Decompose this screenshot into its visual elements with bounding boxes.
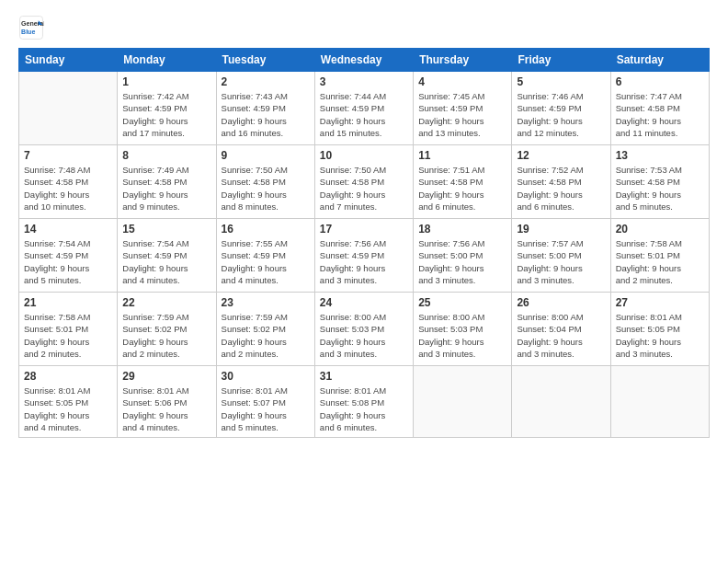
day-info: Sunrise: 7:55 AM Sunset: 4:59 PM Dayligh… (222, 237, 310, 286)
calendar-day-cell: 19Sunrise: 7:57 AM Sunset: 5:00 PM Dayli… (512, 219, 610, 293)
day-info: Sunrise: 7:52 AM Sunset: 4:58 PM Dayligh… (517, 164, 605, 213)
calendar-day-cell: 29Sunrise: 8:01 AM Sunset: 5:06 PM Dayli… (118, 366, 216, 438)
day-number: 4 (418, 75, 506, 88)
day-number: 20 (616, 223, 704, 236)
calendar-day-cell: 21Sunrise: 7:58 AM Sunset: 5:01 PM Dayli… (19, 293, 118, 366)
day-number: 18 (418, 223, 506, 236)
day-info: Sunrise: 7:48 AM Sunset: 4:58 PM Dayligh… (24, 164, 112, 213)
day-info: Sunrise: 7:43 AM Sunset: 4:59 PM Dayligh… (222, 90, 310, 139)
day-info: Sunrise: 7:45 AM Sunset: 4:59 PM Dayligh… (418, 90, 506, 139)
header: General Blue (18, 15, 710, 40)
day-info: Sunrise: 8:01 AM Sunset: 5:05 PM Dayligh… (24, 385, 112, 433)
calendar-day-cell: 20Sunrise: 7:58 AM Sunset: 5:01 PM Dayli… (610, 219, 709, 293)
day-number: 27 (616, 296, 704, 309)
calendar-day-cell: 13Sunrise: 7:53 AM Sunset: 4:58 PM Dayli… (610, 145, 709, 219)
calendar-day-cell (512, 366, 610, 438)
calendar-day-cell: 24Sunrise: 8:00 AM Sunset: 5:03 PM Dayli… (314, 293, 413, 366)
calendar-day-cell: 9Sunrise: 7:50 AM Sunset: 4:58 PM Daylig… (216, 145, 314, 219)
day-number: 28 (24, 370, 112, 383)
calendar-day-cell: 11Sunrise: 7:51 AM Sunset: 4:58 PM Dayli… (414, 145, 512, 219)
day-info: Sunrise: 8:00 AM Sunset: 5:03 PM Dayligh… (418, 311, 506, 360)
day-number: 14 (24, 223, 112, 236)
calendar-day-cell (19, 72, 118, 145)
calendar-week-row: 1Sunrise: 7:42 AM Sunset: 4:59 PM Daylig… (19, 72, 710, 145)
day-number: 21 (24, 296, 112, 309)
calendar: SundayMondayTuesdayWednesdayThursdayFrid… (18, 48, 710, 438)
calendar-header-sunday: Sunday (19, 49, 118, 72)
calendar-day-cell: 28Sunrise: 8:01 AM Sunset: 5:05 PM Dayli… (19, 366, 118, 438)
calendar-day-cell: 14Sunrise: 7:54 AM Sunset: 4:59 PM Dayli… (19, 219, 118, 293)
calendar-day-cell: 25Sunrise: 8:00 AM Sunset: 5:03 PM Dayli… (414, 293, 512, 366)
calendar-day-cell: 30Sunrise: 8:01 AM Sunset: 5:07 PM Dayli… (216, 366, 314, 438)
calendar-header-saturday: Saturday (610, 49, 709, 72)
calendar-day-cell: 23Sunrise: 7:59 AM Sunset: 5:02 PM Dayli… (216, 293, 314, 366)
calendar-header-friday: Friday (512, 49, 610, 72)
calendar-day-cell: 4Sunrise: 7:45 AM Sunset: 4:59 PM Daylig… (414, 72, 512, 145)
day-number: 16 (222, 223, 310, 236)
calendar-day-cell: 7Sunrise: 7:48 AM Sunset: 4:58 PM Daylig… (19, 145, 118, 219)
day-info: Sunrise: 8:01 AM Sunset: 5:07 PM Dayligh… (222, 385, 310, 433)
calendar-day-cell: 18Sunrise: 7:56 AM Sunset: 5:00 PM Dayli… (414, 219, 512, 293)
calendar-day-cell: 2Sunrise: 7:43 AM Sunset: 4:59 PM Daylig… (216, 72, 314, 145)
day-number: 5 (517, 75, 605, 88)
day-number: 8 (122, 149, 210, 162)
calendar-day-cell: 8Sunrise: 7:49 AM Sunset: 4:58 PM Daylig… (118, 145, 216, 219)
day-info: Sunrise: 7:54 AM Sunset: 4:59 PM Dayligh… (24, 237, 112, 286)
calendar-day-cell: 5Sunrise: 7:46 AM Sunset: 4:59 PM Daylig… (512, 72, 610, 145)
logo: General Blue (18, 15, 48, 40)
day-info: Sunrise: 7:47 AM Sunset: 4:58 PM Dayligh… (616, 90, 704, 139)
page: General Blue SundayMondayTuesdayWednesda… (0, 0, 728, 563)
day-info: Sunrise: 7:56 AM Sunset: 5:00 PM Dayligh… (418, 237, 506, 286)
day-info: Sunrise: 8:01 AM Sunset: 5:06 PM Dayligh… (122, 385, 210, 433)
day-number: 11 (418, 149, 506, 162)
day-number: 9 (222, 149, 310, 162)
calendar-day-cell: 10Sunrise: 7:50 AM Sunset: 4:58 PM Dayli… (314, 145, 413, 219)
calendar-day-cell: 15Sunrise: 7:54 AM Sunset: 4:59 PM Dayli… (118, 219, 216, 293)
calendar-week-row: 14Sunrise: 7:54 AM Sunset: 4:59 PM Dayli… (19, 219, 710, 293)
calendar-day-cell: 27Sunrise: 8:01 AM Sunset: 5:05 PM Dayli… (610, 293, 709, 366)
day-number: 24 (320, 296, 408, 309)
calendar-week-row: 21Sunrise: 7:58 AM Sunset: 5:01 PM Dayli… (19, 293, 710, 366)
calendar-day-cell: 1Sunrise: 7:42 AM Sunset: 4:59 PM Daylig… (118, 72, 216, 145)
day-number: 26 (517, 296, 605, 309)
day-number: 25 (418, 296, 506, 309)
day-info: Sunrise: 8:00 AM Sunset: 5:04 PM Dayligh… (517, 311, 605, 360)
svg-text:Blue: Blue (21, 29, 35, 35)
calendar-day-cell: 22Sunrise: 7:59 AM Sunset: 5:02 PM Dayli… (118, 293, 216, 366)
day-info: Sunrise: 7:53 AM Sunset: 4:58 PM Dayligh… (616, 164, 704, 213)
day-number: 1 (122, 75, 210, 88)
calendar-week-row: 28Sunrise: 8:01 AM Sunset: 5:05 PM Dayli… (19, 366, 710, 438)
calendar-header-monday: Monday (118, 49, 216, 72)
day-number: 15 (122, 223, 210, 236)
day-number: 23 (222, 296, 310, 309)
day-info: Sunrise: 7:49 AM Sunset: 4:58 PM Dayligh… (122, 164, 210, 213)
day-number: 29 (122, 370, 210, 383)
calendar-week-row: 7Sunrise: 7:48 AM Sunset: 4:58 PM Daylig… (19, 145, 710, 219)
calendar-day-cell: 17Sunrise: 7:56 AM Sunset: 4:59 PM Dayli… (314, 219, 413, 293)
day-number: 30 (222, 370, 310, 383)
calendar-day-cell: 26Sunrise: 8:00 AM Sunset: 5:04 PM Dayli… (512, 293, 610, 366)
day-number: 12 (517, 149, 605, 162)
day-info: Sunrise: 7:56 AM Sunset: 4:59 PM Dayligh… (320, 237, 408, 286)
day-info: Sunrise: 8:01 AM Sunset: 5:05 PM Dayligh… (616, 311, 704, 360)
logo-icon: General Blue (18, 15, 44, 40)
calendar-day-cell: 6Sunrise: 7:47 AM Sunset: 4:58 PM Daylig… (610, 72, 709, 145)
day-number: 7 (24, 149, 112, 162)
day-info: Sunrise: 7:50 AM Sunset: 4:58 PM Dayligh… (320, 164, 408, 213)
day-number: 22 (122, 296, 210, 309)
day-number: 2 (222, 75, 310, 88)
day-info: Sunrise: 7:44 AM Sunset: 4:59 PM Dayligh… (320, 90, 408, 139)
calendar-day-cell: 31Sunrise: 8:01 AM Sunset: 5:08 PM Dayli… (314, 366, 413, 438)
day-number: 10 (320, 149, 408, 162)
day-info: Sunrise: 7:59 AM Sunset: 5:02 PM Dayligh… (122, 311, 210, 360)
day-info: Sunrise: 7:42 AM Sunset: 4:59 PM Dayligh… (122, 90, 210, 139)
day-number: 6 (616, 75, 704, 88)
calendar-day-cell (610, 366, 709, 438)
day-number: 31 (320, 370, 408, 383)
calendar-header-thursday: Thursday (414, 49, 512, 72)
day-number: 19 (517, 223, 605, 236)
calendar-day-cell (414, 366, 512, 438)
day-number: 13 (616, 149, 704, 162)
calendar-header-wednesday: Wednesday (314, 49, 413, 72)
day-info: Sunrise: 7:46 AM Sunset: 4:59 PM Dayligh… (517, 90, 605, 139)
